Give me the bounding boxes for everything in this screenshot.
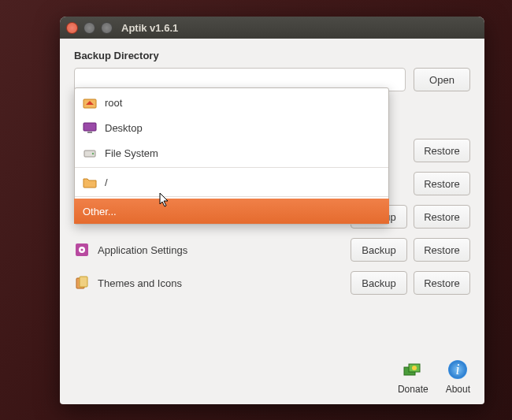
svg-point-11: [412, 366, 417, 370]
mouse-cursor: [159, 192, 170, 208]
window-content: Backup Directory Open B Software Sources…: [60, 39, 484, 404]
donate-label: Donate: [398, 384, 429, 395]
list-item: Application Settings Backup Restore: [74, 236, 470, 263]
app-window: Aptik v1.6.1 Backup Directory Open B Sof…: [60, 17, 484, 404]
titlebar: Aptik v1.6.1: [60, 17, 484, 39]
svg-rect-18: [87, 132, 92, 133]
svg-rect-8: [80, 277, 87, 287]
backup-dir-dropdown: root Desktop File System /: [74, 87, 389, 225]
svg-point-6: [81, 249, 83, 251]
backup-button[interactable]: Backup: [351, 238, 407, 262]
dropdown-item-root[interactable]: root: [75, 90, 388, 115]
desktop-icon: [83, 121, 97, 135]
window-title: Aptik v1.6.1: [121, 22, 178, 34]
disk-icon: [83, 146, 97, 160]
dropdown-item-path[interactable]: /: [75, 169, 388, 195]
item-label: Themes and Icons: [98, 277, 343, 289]
dropdown-item-label: /: [105, 177, 108, 188]
restore-button[interactable]: Restore: [414, 271, 470, 295]
restore-button[interactable]: Restore: [414, 172, 470, 195]
svg-point-20: [92, 153, 94, 154]
window-maximize-button[interactable]: [101, 22, 113, 34]
themes-icon: [74, 275, 90, 291]
restore-button[interactable]: Restore: [414, 139, 470, 162]
donate-button[interactable]: Donate: [398, 358, 429, 395]
svg-rect-17: [83, 123, 96, 131]
svg-text:i: i: [456, 362, 460, 377]
dropdown-item-filesystem[interactable]: File System: [75, 140, 388, 165]
open-button[interactable]: Open: [414, 68, 470, 91]
svg-marker-21: [160, 193, 168, 206]
backup-button[interactable]: Backup: [351, 271, 407, 295]
dropdown-item-desktop[interactable]: Desktop: [75, 115, 388, 140]
about-label: About: [446, 384, 470, 395]
dropdown-item-label: Other...: [83, 206, 117, 217]
home-folder-icon: [83, 95, 97, 110]
footer: Donate i About: [74, 350, 470, 395]
backup-dir-label: Backup Directory: [74, 50, 470, 61]
dropdown-item-label: root: [105, 97, 122, 109]
dropdown-item-label: Desktop: [105, 122, 143, 134]
window-close-button[interactable]: [66, 22, 78, 34]
restore-button[interactable]: Restore: [414, 238, 470, 262]
about-button[interactable]: i About: [446, 358, 470, 395]
restore-button[interactable]: Restore: [414, 205, 470, 229]
window-minimize-button[interactable]: [83, 22, 95, 34]
dropdown-item-other[interactable]: Other...: [74, 199, 389, 224]
donate-icon: [401, 358, 425, 381]
dropdown-item-label: File System: [105, 147, 158, 159]
dropdown-separator: [75, 167, 388, 168]
info-icon: i: [446, 358, 469, 381]
folder-icon: [83, 175, 97, 189]
list-item: Themes and Icons Backup Restore: [74, 269, 470, 296]
item-label: Application Settings: [98, 244, 343, 256]
dropdown-separator: [75, 196, 388, 197]
appsettings-icon: [74, 242, 90, 258]
